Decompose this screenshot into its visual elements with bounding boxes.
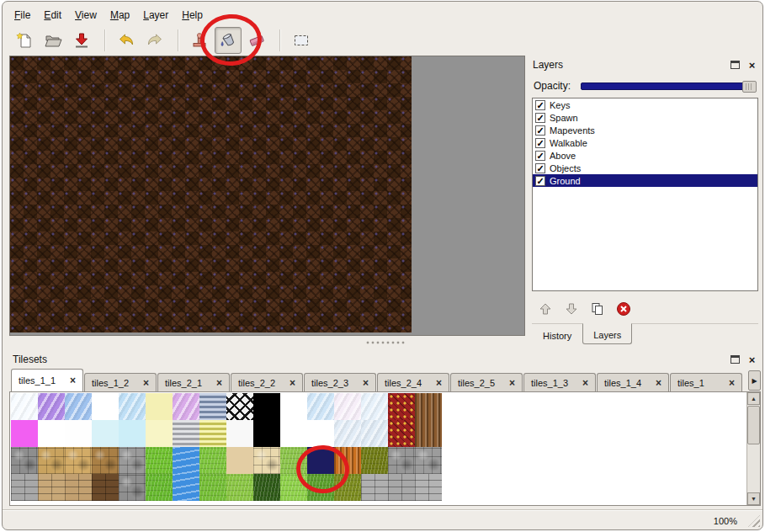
redo-button[interactable] (141, 27, 168, 54)
palette-tile-r3c15[interactable] (415, 474, 442, 501)
delete-layer-button[interactable] (616, 301, 631, 317)
menu-item-map[interactable]: Map (104, 6, 136, 24)
layer-row-ground[interactable]: ✓Ground (533, 174, 757, 187)
palette-tile-r0c12[interactable] (334, 393, 361, 420)
save-button[interactable] (68, 27, 95, 54)
palette-tile-r0c15[interactable] (415, 393, 442, 420)
palette-tile-r1c0[interactable] (11, 420, 38, 447)
undo-button[interactable] (113, 27, 140, 54)
palette-tile-r0c5[interactable] (146, 393, 173, 420)
layer-visibility-checkbox[interactable]: ✓ (535, 163, 545, 173)
menu-item-help[interactable]: Help (175, 6, 210, 24)
palette-tile-r3c1[interactable] (38, 474, 65, 501)
palette-tile-r2c6[interactable] (173, 447, 199, 474)
palette-tile-r3c6[interactable] (173, 474, 199, 501)
menu-item-edit[interactable]: Edit (37, 6, 68, 24)
float-panel-icon[interactable] (730, 61, 740, 69)
tab-close-icon[interactable]: × (290, 377, 295, 389)
scroll-up-icon[interactable]: ▲ (747, 392, 760, 405)
rect-select-tool-button[interactable] (288, 27, 315, 54)
palette-tile-r0c10[interactable] (280, 393, 307, 420)
layer-visibility-checkbox[interactable]: ✓ (535, 151, 545, 161)
palette-tile-r3c9[interactable] (253, 474, 280, 501)
layer-visibility-checkbox[interactable]: ✓ (535, 176, 545, 186)
palette-tile-r2c1[interactable] (38, 447, 65, 474)
layer-row-above[interactable]: ✓Above (533, 149, 757, 162)
palette-tile-r1c9[interactable] (253, 420, 280, 447)
opacity-slider-handle[interactable] (742, 81, 757, 93)
float-panel-icon[interactable] (730, 355, 740, 364)
tileset-tab-tiles_1[interactable]: tiles_1× (670, 373, 742, 391)
duplicate-layer-button[interactable] (590, 301, 605, 317)
palette-tile-r0c8[interactable] (226, 393, 253, 420)
tileset-tab-tiles_1_3[interactable]: tiles_1_3× (523, 373, 596, 391)
tab-close-icon[interactable]: × (509, 377, 515, 389)
tileset-tab-tiles_1_1[interactable]: tiles_1_1× (11, 369, 83, 391)
palette-tile-r1c13[interactable] (361, 420, 388, 447)
tileset-tab-tiles_2_5[interactable]: tiles_2_5× (450, 373, 523, 391)
palette-tile-r1c7[interactable] (199, 420, 226, 447)
palette-tile-r3c5[interactable] (146, 474, 173, 501)
layer-visibility-checkbox[interactable]: ✓ (535, 113, 545, 123)
palette-tile-r2c5[interactable] (146, 447, 173, 474)
close-panel-icon[interactable]: × (746, 355, 757, 364)
scroll-down-icon[interactable]: ▼ (747, 492, 760, 505)
splitter-grip-icon[interactable] (366, 341, 405, 345)
palette-tile-r3c7[interactable] (199, 474, 226, 501)
palette-tile-r0c6[interactable] (173, 393, 199, 420)
palette-tile-r1c4[interactable] (119, 420, 146, 447)
palette-tile-r0c4[interactable] (119, 393, 146, 420)
tab-close-icon[interactable]: × (582, 377, 588, 389)
layer-visibility-checkbox[interactable]: ✓ (535, 125, 545, 136)
palette-tile-r1c6[interactable] (173, 420, 199, 447)
palette-tile-r2c9[interactable] (253, 447, 280, 474)
palette-tile-r0c2[interactable] (65, 393, 92, 420)
palette-tile-r2c7[interactable] (199, 447, 226, 474)
palette-tile-r1c8[interactable] (226, 420, 253, 447)
palette-tile-r0c3[interactable] (92, 393, 119, 420)
tab-close-icon[interactable]: × (363, 377, 369, 389)
layer-row-objects[interactable]: ✓Objects (533, 162, 757, 174)
dock-tab-history[interactable]: History (532, 327, 582, 345)
palette-tile-r0c14[interactable] (388, 393, 415, 420)
tab-close-icon[interactable]: × (729, 377, 735, 389)
layer-visibility-checkbox[interactable]: ✓ (535, 138, 545, 148)
palette-tile-r1c14[interactable] (388, 420, 415, 447)
palette-tile-r1c10[interactable] (280, 420, 307, 447)
layer-row-keys[interactable]: ✓Keys (533, 98, 757, 111)
palette-tile-r2c3[interactable] (92, 447, 119, 474)
palette-tile-r2c0[interactable] (11, 447, 38, 474)
tab-close-icon[interactable]: × (143, 377, 149, 389)
new-map-button[interactable] (11, 27, 38, 54)
menu-item-file[interactable]: File (8, 6, 37, 24)
raise-layer-button[interactable] (538, 301, 553, 317)
palette-tile-r3c2[interactable] (65, 474, 92, 501)
layer-row-mapevents[interactable]: ✓Mapevents (533, 124, 757, 136)
palette-tile-r1c12[interactable] (334, 420, 361, 447)
dock-tab-layers[interactable]: Layers (582, 323, 632, 344)
tab-scroll-right-button[interactable]: ▶ (748, 370, 761, 391)
palette-tile-r2c8[interactable] (226, 447, 253, 474)
tab-close-icon[interactable]: × (436, 377, 442, 389)
opacity-slider[interactable] (581, 82, 757, 90)
lower-layer-button[interactable] (564, 301, 579, 317)
palette-tile-r2c15[interactable] (415, 447, 442, 474)
palette-tile-r0c9[interactable] (253, 393, 280, 420)
palette-tile-r0c0[interactable] (11, 393, 38, 420)
palette-tile-r2c2[interactable] (65, 447, 92, 474)
palette-tile-r1c1[interactable] (38, 420, 65, 447)
palette-tile-r0c1[interactable] (38, 393, 65, 420)
tileset-tab-tiles_2_4[interactable]: tiles_2_4× (377, 373, 449, 391)
tileset-tab-tiles_2_1[interactable]: tiles_2_1× (157, 373, 230, 391)
palette-tile-r3c8[interactable] (226, 474, 253, 501)
palette-tile-r1c2[interactable] (65, 420, 92, 447)
tileset-tab-tiles_2_3[interactable]: tiles_2_3× (304, 373, 376, 391)
palette-scrollbar[interactable]: ▲ ▼ (746, 392, 760, 505)
map-viewport[interactable] (9, 56, 525, 336)
palette-tile-r2c14[interactable] (388, 447, 415, 474)
palette-tile-r3c3[interactable] (92, 474, 119, 501)
palette-tile-r3c14[interactable] (388, 474, 415, 501)
menu-item-view[interactable]: View (68, 6, 104, 24)
close-panel-icon[interactable]: × (746, 61, 757, 70)
tab-close-icon[interactable]: × (656, 377, 661, 389)
